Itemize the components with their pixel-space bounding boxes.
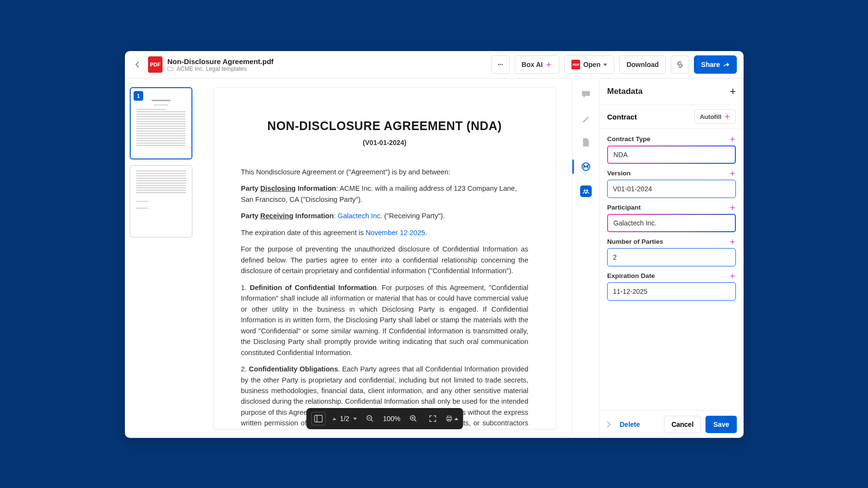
file-details-icon[interactable] <box>581 137 591 148</box>
svg-line-3 <box>371 420 373 422</box>
file-type-icon: PDF <box>148 56 163 73</box>
participant-input[interactable] <box>607 214 736 232</box>
receiving-party-link[interactable]: Galactech Inc. <box>338 212 382 220</box>
sparkle-icon <box>729 204 736 211</box>
comments-icon[interactable] <box>581 89 591 100</box>
share-label: Share <box>701 61 720 68</box>
metadata-header: Metadata + <box>599 79 744 105</box>
download-button[interactable]: Download <box>619 55 666 74</box>
file-name: Non-Disclosure Agreement.pdf <box>167 57 273 66</box>
field-num-parties: Number of Parties <box>607 238 736 266</box>
print-button[interactable] <box>446 412 458 425</box>
num-parties-input[interactable] <box>607 248 736 266</box>
document-viewer: NON-DISCLOSURE AGREEMENT (NDA) (V01-01-2… <box>197 79 572 438</box>
page-navigator: 1/2 <box>332 415 357 422</box>
sharing-icon[interactable] <box>580 185 592 197</box>
collapse-panel-button[interactable] <box>606 421 615 428</box>
section-1: 1. Definition of Confidential Informatio… <box>241 282 529 358</box>
metadata-panel: Metadata + Contract Autofill Contract Ty… <box>599 79 744 438</box>
link-icon <box>676 61 684 68</box>
receiving-party-text: Party Receiving Information: Galactech I… <box>241 211 529 221</box>
breadcrumb-text: ACME Inc. Legal templates <box>176 66 246 72</box>
document-title: NON-DISCLOSURE AGREEMENT (NDA) <box>241 119 529 133</box>
open-button[interactable]: PDF Open <box>564 55 614 74</box>
content: 1 <box>125 79 744 438</box>
sparkle-icon <box>724 113 731 120</box>
folder-icon <box>167 66 174 72</box>
metadata-fields: Contract Type Version Participant <box>599 129 744 410</box>
delete-button[interactable]: Delete <box>620 421 640 428</box>
expiration-input[interactable] <box>607 282 736 301</box>
document-page: NON-DISCLOSURE AGREEMENT (NDA) (V01-01-2… <box>214 87 556 429</box>
metadata-icon[interactable] <box>581 161 591 172</box>
version-input[interactable] <box>607 180 736 198</box>
save-button[interactable]: Save <box>705 416 737 433</box>
pdf-icon: PDF <box>571 60 580 69</box>
viewer-toolbar: 1/2 100% <box>306 408 463 429</box>
chevron-up-icon <box>454 418 458 420</box>
add-metadata-button[interactable]: + <box>730 85 736 98</box>
link-button[interactable] <box>671 55 689 74</box>
participant-label: Participant <box>607 204 641 211</box>
sparkle-icon <box>545 61 552 68</box>
thumbnail-page-1[interactable]: 1 <box>130 87 192 159</box>
expiration-link[interactable]: November 12 2025 <box>366 229 425 237</box>
metadata-section-header: Contract Autofill <box>599 105 744 129</box>
autofill-button[interactable]: Autofill <box>694 109 736 124</box>
sparkle-icon <box>729 238 736 245</box>
svg-point-14 <box>586 189 588 191</box>
section-title: Contract <box>607 113 637 121</box>
prev-page-button[interactable] <box>332 418 336 420</box>
contract-type-input[interactable] <box>607 145 736 164</box>
metadata-footer: Delete Cancel Save <box>599 410 744 438</box>
field-participant: Participant <box>607 204 736 232</box>
share-button[interactable]: Share <box>694 55 737 74</box>
version-label: Version <box>607 170 631 177</box>
zoom-in-button[interactable] <box>407 412 420 425</box>
svg-rect-0 <box>314 415 322 422</box>
document-subtitle: (V01-01-2024) <box>241 139 529 146</box>
field-contract-type: Contract Type <box>607 135 736 164</box>
expiration-text: The expiration date of this agreement is… <box>241 227 529 238</box>
num-parties-label: Number of Parties <box>607 238 663 245</box>
cancel-button[interactable]: Cancel <box>664 416 701 433</box>
intro-text: This Nondisclosure Agreement or ("Agreem… <box>241 167 529 177</box>
svg-rect-10 <box>447 418 452 420</box>
box-ai-label: Box AI <box>522 61 543 68</box>
thumbnail-page-2[interactable] <box>130 165 192 237</box>
sparkle-icon <box>729 273 736 279</box>
field-version: Version <box>607 170 736 198</box>
autofill-label: Autofill <box>700 113 721 120</box>
back-button[interactable] <box>132 59 143 70</box>
sparkle-icon <box>729 170 736 177</box>
edit-icon[interactable] <box>581 113 591 124</box>
topbar: PDF Non-Disclosure Agreement.pdf ACME In… <box>125 51 744 79</box>
disclosing-party-text: Party Disclosing Information: ACME Inc. … <box>241 183 529 205</box>
title-block: Non-Disclosure Agreement.pdf ACME Inc. L… <box>167 57 273 72</box>
page-indicator: 1/2 <box>340 415 349 422</box>
right-rail <box>572 79 599 438</box>
fullscreen-button[interactable] <box>426 412 439 425</box>
box-ai-button[interactable]: Box AI <box>515 55 560 74</box>
sparkle-icon <box>729 136 736 143</box>
next-page-button[interactable] <box>353 418 357 420</box>
more-button[interactable]: ··· <box>491 55 510 74</box>
metadata-title: Metadata <box>607 87 643 96</box>
app-window: PDF Non-Disclosure Agreement.pdf ACME In… <box>125 51 744 438</box>
open-label: Open <box>583 61 600 68</box>
svg-line-6 <box>414 420 416 422</box>
chevron-down-icon <box>603 64 607 66</box>
zoom-level: 100% <box>383 415 400 422</box>
share-arrow-icon <box>723 61 730 68</box>
zoom-out-button[interactable] <box>364 412 376 425</box>
contract-type-label: Contract Type <box>607 135 651 143</box>
svg-point-13 <box>583 189 585 191</box>
breadcrumb[interactable]: ACME Inc. Legal templates <box>167 66 273 72</box>
document-body: This Nondisclosure Agreement or ("Agreem… <box>241 167 529 429</box>
expiration-label: Expiration Date <box>607 272 655 279</box>
thumbnail-panel: 1 <box>125 79 197 438</box>
field-expiration: Expiration Date <box>607 272 736 301</box>
purpose-text: For the purpose of preventing the unauth… <box>241 244 529 276</box>
toggle-sidebar-button[interactable] <box>311 412 326 425</box>
page-number-badge: 1 <box>134 91 143 101</box>
